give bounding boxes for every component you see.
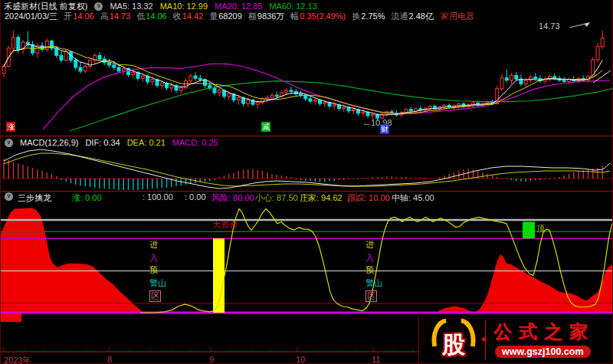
dragon-caution-value: 小心: 87.50	[255, 192, 298, 204]
dragon-axis-value: 中轴: 45.00	[392, 192, 434, 204]
candlestick-chart[interactable]	[1, 21, 613, 136]
ma20-value: MA20: 12.85	[215, 2, 262, 11]
dragon-header: ∨ 三步擒龙 涨: 0.00 : 100.00 : 0.00 风险: 80.00…	[1, 192, 613, 202]
ma5-value: MA5: 13.32	[110, 2, 152, 11]
macd-chart[interactable]	[1, 137, 613, 191]
quote-open: 开14.06	[64, 11, 94, 21]
quote-volume: 量68209	[209, 11, 242, 21]
panel-separator-2	[1, 191, 613, 192]
watermark-brand: 公式之家	[493, 320, 613, 344]
bull-logo-icon: 股	[428, 319, 479, 362]
dragon-banker-value: 庄家: 94.62	[300, 192, 343, 204]
collapse-dragon-icon[interactable]: ∨	[5, 192, 13, 201]
ma60-value: MA60: 12.13	[269, 2, 316, 11]
quote-close: 收14.42	[173, 11, 204, 21]
axis-label-sep: 9	[209, 355, 214, 364]
dragon-track-value: 跟踪: 10.00	[347, 192, 390, 204]
quote-low: 低14.06	[136, 11, 167, 21]
ma10-value: MA10: 12.99	[160, 2, 208, 11]
axis-label-oct: 10	[296, 355, 305, 364]
high-price-label: 14.73	[539, 21, 560, 31]
stock-title: 禾盛新材(日线 前复权)	[4, 2, 87, 11]
stock-logo-char: 股	[442, 330, 465, 361]
top-signal-label: 顶	[536, 223, 545, 234]
diamond-icon: ◆	[481, 335, 487, 343]
stock-chart-app: 禾盛新材(日线 前复权) ∨ MA5: 13.32 MA10: 12.99 MA…	[0, 0, 613, 364]
big-money-label: 大资金	[212, 219, 238, 231]
dragon-zhang-value: 涨: 0.00	[72, 192, 102, 204]
title-bar: 禾盛新材(日线 前复权) ∨ MA5: 13.32 MA10: 12.99 MA…	[4, 2, 317, 11]
quote-bar: 2024/01/03/三 开14.06 高14.73 低14.06 收14.42…	[4, 11, 474, 21]
quote-date: 2024/01/03/三	[4, 11, 57, 21]
quote-turnover: 换2.75%	[352, 11, 385, 21]
axis-label-year: 2023年	[4, 355, 31, 364]
quote-sector[interactable]: 家用电器	[440, 11, 474, 21]
dragon-indicator-name: 三步擒龙	[18, 192, 51, 204]
dragon-line100-value: : 100.00	[143, 192, 173, 202]
watermark-url: www.gszj100.com	[495, 346, 591, 358]
gszj-watermark: 股 ◆ 公式之家 www.gszj100.com	[418, 316, 613, 364]
collapse-main-icon[interactable]: ∨	[94, 2, 103, 11]
panel-separator	[1, 136, 613, 136]
quote-amount: 额9836万	[248, 11, 284, 21]
axis-label-aug: 8	[107, 355, 112, 364]
axis-label-nov: 11	[372, 355, 380, 364]
dragon-line0-value: : 0.00	[185, 192, 206, 202]
dragon-risk-value: 风险: 80.00	[211, 192, 254, 204]
low-price-label: ←10.98	[362, 118, 392, 127]
quote-range: 幅0.35(2.49%)	[290, 11, 346, 21]
quote-high: 高14.73	[100, 11, 131, 21]
quote-float: 流通2.48亿	[391, 11, 433, 21]
